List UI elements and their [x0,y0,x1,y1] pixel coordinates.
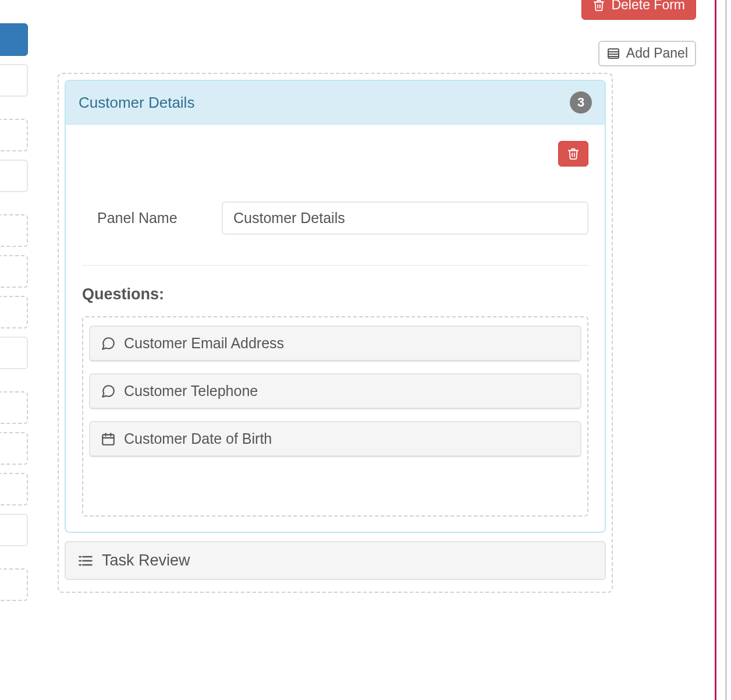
panel-icon [606,47,620,61]
question-item[interactable]: Customer Email Address [89,326,581,362]
palette-item[interactable] [0,432,28,465]
question-item[interactable]: Customer Date of Birth [89,421,581,457]
questions-dropzone[interactable]: Customer Email Address Customer Telephon… [82,316,588,517]
palette-item[interactable] [0,160,28,192]
svg-rect-4 [102,434,114,444]
trash-icon [592,0,605,12]
panel-customer-details: Customer Details 3 Panel Name [65,80,606,533]
question-item[interactable]: Customer Telephone [89,373,581,409]
form-editor-dropzone[interactable]: Customer Details 3 Panel Name [58,73,613,593]
comment-icon [101,336,116,351]
palette-item[interactable] [0,64,28,97]
panel-header[interactable]: Customer Details 3 [66,81,605,125]
questions-heading: Questions: [82,285,588,303]
scrollbar-track [725,0,727,700]
delete-form-button[interactable]: Delete Form [581,0,696,20]
question-type-palette [0,23,28,609]
accent-divider [715,0,716,700]
delete-panel-button[interactable] [558,141,588,167]
add-panel-label: Add Panel [626,45,688,62]
panel-title: Customer Details [79,94,194,112]
panel-task-review-collapsed[interactable]: Task Review [65,541,606,580]
panel-name-label: Panel Name [82,210,204,227]
palette-item[interactable] [0,568,28,601]
palette-item-active[interactable] [0,23,28,56]
palette-item[interactable] [0,255,28,288]
panel-name-input[interactable] [222,201,588,235]
question-label: Customer Telephone [124,383,258,400]
list-icon [77,553,94,569]
question-label: Customer Date of Birth [124,430,272,447]
calendar-icon [101,432,116,447]
palette-item[interactable] [0,296,28,328]
palette-item[interactable] [0,514,28,546]
palette-item[interactable] [0,473,28,505]
palette-item[interactable] [0,119,28,151]
collapsed-panel-label: Task Review [102,551,190,570]
palette-item[interactable] [0,391,28,424]
panel-question-count: 3 [570,91,592,114]
comment-icon [101,384,116,399]
palette-item[interactable] [0,214,28,247]
question-label: Customer Email Address [124,335,284,352]
add-panel-button[interactable]: Add Panel [598,41,696,66]
delete-form-label: Delete Form [611,0,685,14]
trash-icon [567,147,580,160]
palette-item[interactable] [0,337,28,369]
divider [82,265,588,266]
